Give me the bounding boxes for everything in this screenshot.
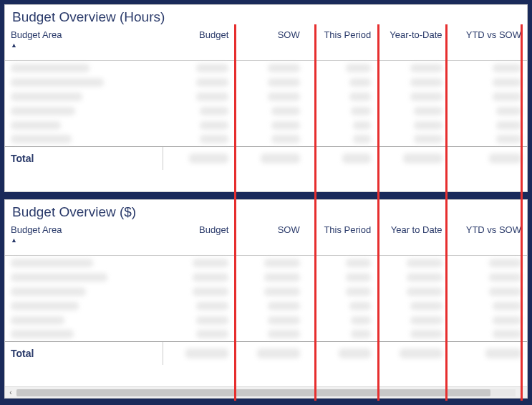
col-ytd[interactable]: Year-to-Date [377,27,448,61]
table-body-dollars [5,256,527,342]
table-row [5,61,527,75]
table-row [5,256,527,270]
table-dollars: Budget Area ▲ Budget SOW This Period Yea… [5,221,527,365]
scroll-right-icon[interactable]: › [516,387,527,399]
table-header-row: Budget Area ▲ Budget SOW This Period Yea… [5,27,527,61]
col-this-period[interactable]: This Period [306,27,377,61]
sort-asc-icon: ▲ [11,237,158,244]
table-row [5,118,527,133]
panel-budget-hours: Budget Overview (Hours) Budget Area ▲ Bu… [4,4,528,192]
panel-title-dollars: Budget Overview ($) [5,200,527,221]
panel-budget-dollars: Budget Overview ($) Budget Area ▲ Budget… [4,199,528,399]
table-row [5,328,527,342]
table-body-hours [5,61,527,147]
col-budget[interactable]: Budget [163,27,234,61]
table-row [5,299,527,313]
col-this-period[interactable]: This Period [306,221,377,256]
total-row: Total [5,342,527,366]
table-row [5,90,527,104]
col-budget-area[interactable]: Budget Area ▲ [5,27,163,61]
col-budget-area[interactable]: Budget Area ▲ [5,221,163,256]
total-label: Total [5,342,163,366]
col-budget[interactable]: Budget [163,221,234,256]
table-row [5,285,527,299]
table-row [5,75,527,90]
col-label: Budget Area [11,224,62,235]
table-hours: Budget Area ▲ Budget SOW This Period Yea… [5,27,527,170]
table-row [5,313,527,328]
col-ytd-vs-sow[interactable]: YTD vs SOW [448,221,527,256]
scroll-left-icon[interactable]: ‹ [5,387,16,399]
total-row: Total [5,147,527,171]
col-ytd-vs-sow[interactable]: YTD vs SOW [448,27,527,61]
table-row [5,133,527,147]
col-sow[interactable]: SOW [234,27,305,61]
table-row [5,104,527,118]
table-row [5,270,527,285]
col-label: Budget Area [11,29,62,40]
horizontal-scrollbar[interactable]: ‹ › [5,386,527,398]
panel-title-hours: Budget Overview (Hours) [5,5,527,27]
total-label: Total [5,147,163,171]
scroll-thumb[interactable] [16,389,490,396]
sort-asc-icon: ▲ [11,42,158,49]
table-header-row: Budget Area ▲ Budget SOW This Period Yea… [5,221,527,256]
scroll-track[interactable] [16,389,516,396]
col-sow[interactable]: SOW [234,221,305,256]
col-ytd[interactable]: Year to Date [377,221,448,256]
